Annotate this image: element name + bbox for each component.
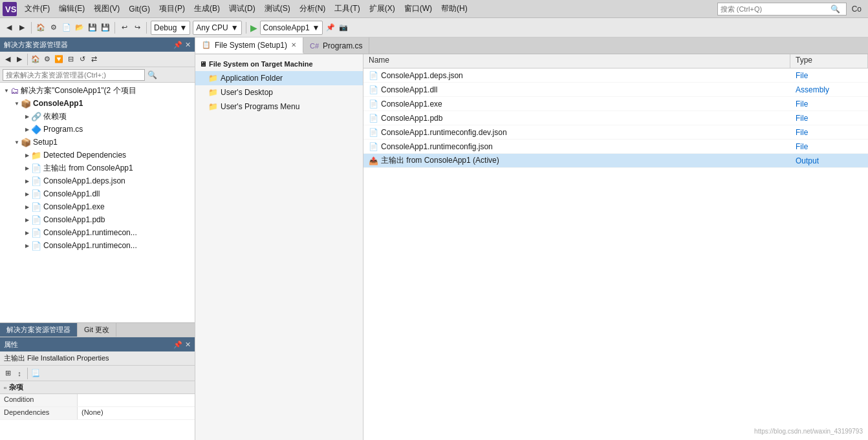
prop-category-btn[interactable]: ⊞ xyxy=(3,368,13,379)
fs-folder-desktop-icon: 📁 xyxy=(208,88,218,97)
se-search-input[interactable] xyxy=(3,69,145,81)
run-target-dropdown[interactable]: ConsoleApp1 ▼ xyxy=(260,21,323,35)
se-sync-btn[interactable]: ⇄ xyxy=(89,54,99,65)
menu-analyze[interactable]: 分析(N) xyxy=(296,2,330,16)
main-layout: 解决方案资源管理器 📌 ✕ ◀ ▶ 🏠 ⚙ 🔽 ⊟ ↺ ⇄ 🔍 xyxy=(0,37,868,440)
se-refresh-btn[interactable]: ↺ xyxy=(77,54,87,65)
tree-icon: 📦 xyxy=(21,138,31,147)
tree-item[interactable]: ▶ 🔷 Program.cs xyxy=(0,123,195,136)
prop-header-actions: 📌 ✕ xyxy=(173,340,191,349)
tree-icon: 🗂 xyxy=(10,86,19,96)
tree-label: ConsoleApp1.dll xyxy=(43,189,100,198)
tab-file-system-label: File System (Setup1) xyxy=(215,41,287,50)
close-header-btn[interactable]: ✕ xyxy=(185,41,191,49)
tree-item[interactable]: ▶ 📄 ConsoleApp1.dll xyxy=(0,187,195,200)
file-row-name: 📄 ConsoleApp1.pdb xyxy=(363,114,790,123)
home-btn[interactable]: 🏠 xyxy=(36,23,46,33)
tree-item[interactable]: ▶ 📄 ConsoleApp1.pdb xyxy=(0,213,195,226)
file-row[interactable]: 📄 ConsoleApp1.pdb File xyxy=(363,111,868,125)
file-row[interactable]: 📄 ConsoleApp1.dll Assembly xyxy=(363,83,868,97)
settings-btn[interactable]: ⚙ xyxy=(49,23,59,33)
col-type[interactable]: Type xyxy=(790,54,868,68)
save-btn[interactable]: 💾 xyxy=(87,23,98,33)
save-all-btn[interactable]: 💾 xyxy=(100,23,111,33)
tree-item[interactable]: ▶ 📄 ConsoleApp1.runtimecon... xyxy=(0,226,195,239)
menu-file[interactable]: 文件(F) xyxy=(21,2,54,16)
tree-item[interactable]: ▼ 📦 ConsoleApp1 xyxy=(0,97,195,110)
menu-window[interactable]: 窗口(W) xyxy=(400,2,436,16)
file-name-label: ConsoleApp1.runtimeconfig.dev.json xyxy=(381,128,507,137)
tree-arrow: ▶ xyxy=(23,177,31,185)
global-search[interactable]: 🔍 xyxy=(717,3,847,16)
left-panel: 解决方案资源管理器 📌 ✕ ◀ ▶ 🏠 ⚙ 🔽 ⊟ ↺ ⇄ 🔍 xyxy=(0,37,195,440)
debug-config-dropdown[interactable]: Debug ▼ xyxy=(151,21,190,35)
se-forward-btn[interactable]: ▶ xyxy=(14,54,25,65)
fs-folder-desktop[interactable]: 📁 User's Desktop xyxy=(195,85,363,100)
tab-git-changes[interactable]: Git 更改 xyxy=(78,323,116,337)
se-settings-icon[interactable]: ⚙ xyxy=(42,54,52,65)
tree-item[interactable]: ▶ 📁 Detected Dependencies xyxy=(0,149,195,162)
properties-panel: 属性 📌 ✕ 主输出 File Installation Properties … xyxy=(0,337,195,440)
new-btn[interactable]: 📄 xyxy=(61,23,72,33)
se-home-btn[interactable]: 🏠 xyxy=(30,54,41,65)
prop-pin-btn[interactable]: 📌 xyxy=(173,340,182,349)
menu-debug[interactable]: 调试(D) xyxy=(225,2,259,16)
camera-btn[interactable]: 📷 xyxy=(338,23,349,33)
menu-view[interactable]: 视图(V) xyxy=(90,2,124,16)
menu-build[interactable]: 生成(B) xyxy=(190,2,224,16)
menu-extensions[interactable]: 扩展(X) xyxy=(365,2,399,16)
pin-btn[interactable]: 📌 xyxy=(325,23,336,33)
tree-item[interactable]: ▶ 📄 主输出 from ConsoleApp1 xyxy=(0,162,195,174)
tree-item[interactable]: ▶ 📄 ConsoleApp1.runtimecon... xyxy=(0,239,195,252)
search-icon: 🔍 xyxy=(830,5,840,14)
menu-test[interactable]: 测试(S) xyxy=(261,2,294,16)
run-button[interactable]: ▶ xyxy=(250,23,257,33)
menu-tools[interactable]: 工具(T) xyxy=(331,2,363,16)
se-collapse-btn[interactable]: ⊟ xyxy=(65,54,76,65)
prop-sort-btn[interactable]: ↕ xyxy=(14,368,25,379)
file-icon: 📄 xyxy=(369,100,378,109)
open-btn[interactable]: 📂 xyxy=(74,23,85,33)
se-back-btn[interactable]: ◀ xyxy=(3,54,13,65)
menu-git[interactable]: Git(G) xyxy=(125,3,154,15)
prop-name: Condition xyxy=(0,394,78,406)
file-row-name: 📄 ConsoleApp1.runtimeconfig.json xyxy=(363,142,790,151)
file-name-label: ConsoleApp1.exe xyxy=(381,100,442,109)
fs-root-icon: 🖥 xyxy=(199,60,206,68)
col-name[interactable]: Name xyxy=(363,54,790,68)
tree-item[interactable]: ▶ 🔗 依赖项 xyxy=(0,110,195,123)
tree-label: ConsoleApp1.deps.json xyxy=(43,176,125,185)
tree-arrow: ▼ xyxy=(3,87,10,94)
file-row[interactable]: 📄 ConsoleApp1.runtimeconfig.json File xyxy=(363,140,868,154)
menu-edit[interactable]: 编辑(E) xyxy=(55,2,89,16)
file-row[interactable]: 📄 ConsoleApp1.runtimeconfig.dev.json Fil… xyxy=(363,125,868,140)
tree-item[interactable]: ▶ 📄 ConsoleApp1.deps.json xyxy=(0,174,195,187)
fs-folder-programs[interactable]: 📁 User's Programs Menu xyxy=(195,100,363,114)
cpu-dropdown[interactable]: Any CPU ▼ xyxy=(193,21,241,35)
tab-file-system-close[interactable]: ✕ xyxy=(291,41,296,48)
tab-solution-explorer[interactable]: 解决方案资源管理器 xyxy=(0,323,78,337)
se-filter-btn[interactable]: 🔽 xyxy=(54,54,64,65)
search-input[interactable] xyxy=(721,5,830,13)
pin-header-btn[interactable]: 📌 xyxy=(173,41,182,49)
prop-section-misc[interactable]: ▫ 杂项 xyxy=(0,381,195,394)
menu-project[interactable]: 项目(P) xyxy=(155,2,189,16)
file-row[interactable]: 📄 ConsoleApp1.exe File xyxy=(363,97,868,111)
tree-label: ConsoleApp1.runtimecon... xyxy=(43,241,137,250)
tab-file-system[interactable]: 📋 File System (Setup1) ✕ xyxy=(195,37,303,54)
prop-close-btn[interactable]: ✕ xyxy=(185,340,191,349)
back-btn[interactable]: ◀ xyxy=(4,23,14,33)
menu-help[interactable]: 帮助(H) xyxy=(437,2,472,16)
forward-btn[interactable]: ▶ xyxy=(17,23,27,33)
undo-btn[interactable]: ↩ xyxy=(119,23,129,33)
tree-arrow: ▶ xyxy=(23,242,31,249)
tree-item[interactable]: ▶ 📄 ConsoleApp1.exe xyxy=(0,200,195,213)
tree-item[interactable]: ▼ 🗂 解决方案"ConsoleApp1"(2 个项目 xyxy=(0,84,195,97)
tab-program-cs[interactable]: C# Program.cs xyxy=(303,37,369,54)
file-row[interactable]: 📤 主输出 from ConsoleApp1 (Active) Output xyxy=(363,154,868,168)
fs-folder-application[interactable]: 📁 Application Folder xyxy=(195,71,363,85)
file-row[interactable]: 📄 ConsoleApp1.deps.json File xyxy=(363,68,868,83)
redo-btn[interactable]: ↪ xyxy=(132,23,142,33)
prop-page-btn[interactable]: 📃 xyxy=(30,368,41,379)
tree-item[interactable]: ▼ 📦 Setup1 xyxy=(0,136,195,149)
